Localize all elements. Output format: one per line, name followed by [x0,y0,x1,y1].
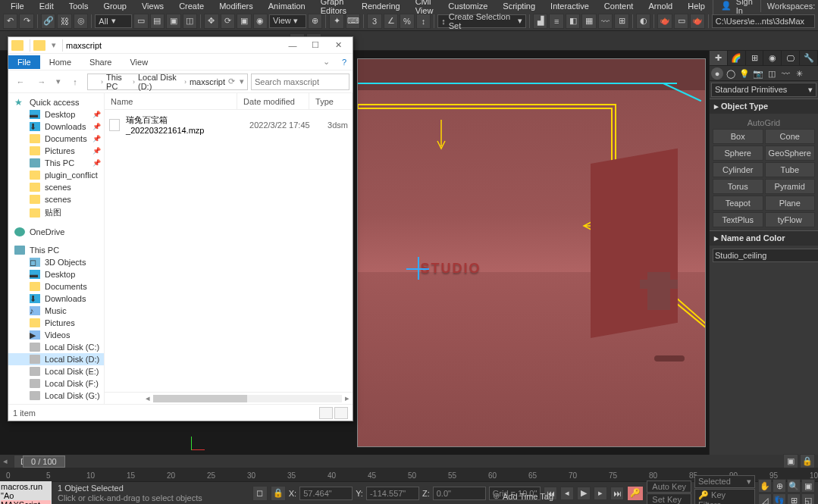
close-button[interactable]: ✕ [327,38,349,53]
signin-button[interactable]: 👤 Sign In [713,0,760,15]
isolate-toggle[interactable]: ◻ [252,486,268,501]
autokey-button[interactable]: Auto Key [647,481,691,493]
selection-lock-button[interactable]: 🔒 [800,454,815,469]
tree-disk-g[interactable]: Local Disk (G:) [8,390,104,402]
autogrid-checkbox[interactable]: AutoGrid [713,117,815,129]
tree-downloads[interactable]: ⬇Downloads📌 [8,121,104,133]
expand-ribbon-button[interactable]: ⌄ [317,57,336,67]
utilities-panel-tab[interactable]: 🔧 [800,51,818,65]
tyflow-button[interactable]: tyFlow [765,212,816,227]
spinner-snap-button[interactable]: ↕ [416,14,431,29]
view-tab[interactable]: View [121,55,157,69]
goto-end-button[interactable]: ⏭ [610,487,624,500]
recent-button[interactable]: ▾ [54,73,63,91]
workspaces-selector[interactable]: Workspaces: [760,0,818,12]
tree-3dobjects[interactable]: ◻3D Objects [8,256,104,268]
category-dropdown[interactable]: Standard Primitives▾ [711,83,816,97]
lock-toggle[interactable]: 🔒 [271,486,286,501]
tree-disk-e[interactable]: Local Disk (E:) [8,365,104,377]
display-panel-tab[interactable]: 🖵 [782,51,800,65]
menu-rendering[interactable]: Rendering [354,2,408,11]
navigation-tree[interactable]: ★Quick access ▬Desktop📌 ⬇Downloads📌 Docu… [8,93,105,404]
col-name[interactable]: Name [105,93,237,109]
orbit-button[interactable]: ⊕ [773,479,786,493]
menu-group[interactable]: Group [96,2,134,11]
tree-pictures2[interactable]: Pictures [8,317,104,329]
set-key-big-button[interactable]: 🔑 [627,486,644,501]
align-button[interactable]: ≡ [549,14,563,29]
minimize-button[interactable]: — [281,38,304,53]
manipulate-button[interactable]: ✦ [329,14,343,29]
sphere-button[interactable]: Sphere [713,146,763,161]
maximize-button[interactable]: ☐ [304,38,327,53]
isolate-button[interactable]: ▣ [783,454,798,469]
scale-button[interactable]: ▣ [237,14,251,29]
tree-scenes1[interactable]: scenes [8,181,104,193]
key-filters-button[interactable]: 🔑 Key Filters... [694,489,755,504]
tree-downloads2[interactable]: ⬇Downloads [8,293,104,305]
select-button[interactable]: ▭ [133,14,148,29]
search-input[interactable] [251,74,349,90]
layer-button[interactable]: ◧ [566,14,580,29]
z-coord[interactable]: 0.0" [433,487,486,500]
up-button[interactable]: ↑ [66,73,84,91]
curve-editor-button[interactable]: 〰 [598,14,613,29]
pivot-button[interactable]: ⊕ [308,14,322,29]
ribbon-button[interactable]: ▦ [581,14,596,29]
geometry-icon[interactable]: ● [711,67,723,80]
time-slider[interactable]: ◂ Default ▣ 🔒 [0,455,818,468]
tree-videos[interactable]: ▶Videos [8,329,104,341]
textplus-button[interactable]: TextPlus [713,212,763,227]
tree-desktop[interactable]: ▬Desktop📌 [8,108,104,121]
min-max-button[interactable]: ◱ [801,493,815,504]
cameras-icon[interactable]: 📷 [752,67,764,80]
column-headers[interactable]: Name Date modified Type [105,93,353,110]
tree-documents2[interactable]: Documents [8,280,104,293]
tube-button[interactable]: Tube [765,162,816,177]
explorer-titlebar[interactable]: ▾ maxscript — ☐ ✕ [8,37,353,54]
prev-frame-button[interactable]: ◂ [560,487,574,500]
menu-tools[interactable]: Tools [61,2,96,11]
menu-content[interactable]: Content [597,2,641,11]
torus-button[interactable]: Torus [713,179,763,194]
selection-filter[interactable]: All▾ [95,14,132,28]
frame-indicator[interactable]: 0 / 100 [23,455,65,468]
perspective-viewport[interactable]: STUDIO [357,58,706,447]
schematic-button[interactable]: ⊞ [614,14,628,29]
share-tab[interactable]: Share [80,55,121,69]
modify-panel-tab[interactable]: 🌈 [728,51,746,65]
object-name-input[interactable] [713,249,818,262]
ref-coord-dropdown[interactable]: View ▾ [269,14,306,28]
details-view-button[interactable] [319,407,333,419]
cone-button[interactable]: Cone [765,129,816,144]
walk-button[interactable]: 👣 [773,493,786,504]
render-button[interactable]: 🫖 [690,14,704,29]
transform-gizmo[interactable] [406,257,429,280]
maxscript-listener[interactable]: macros.run "Ao MAXScript Min [0,481,52,504]
geosphere-button[interactable]: GeoSphere [765,146,816,161]
home-tab[interactable]: Home [40,55,80,69]
tree-documents[interactable]: Documents📌 [8,133,104,145]
zoom-extents-button[interactable]: ▣ [801,479,815,493]
spacewarps-icon[interactable]: 〰 [779,67,791,80]
file-row[interactable]: 瑞兔百宝箱_202203221614.mzp 2022/3/22 17:45 3… [108,113,349,136]
placement-button[interactable]: ◉ [253,14,268,29]
pan-button[interactable]: ✋ [758,479,772,493]
bind-button[interactable]: ◎ [74,14,88,29]
helpers-icon[interactable]: ◫ [766,67,778,80]
play-button[interactable]: ▶ [577,487,591,500]
menu-customize[interactable]: Customize [440,2,495,11]
tree-music[interactable]: ♪Music [8,305,104,317]
key-mode-dropdown[interactable]: Selected▾ [694,475,755,488]
menu-edit[interactable]: Edit [32,2,61,11]
menu-views[interactable]: Views [134,2,171,11]
plane-button[interactable]: Plane [765,196,816,211]
next-frame-button[interactable]: ▸ [594,487,607,500]
menu-interactive[interactable]: Interactive [543,2,597,11]
tree-thispc[interactable]: This PC [8,244,104,256]
shapes-icon[interactable]: ◯ [725,67,737,80]
hierarchy-panel-tab[interactable]: ⊞ [746,51,764,65]
named-selection-sets[interactable]: ↕Create Selection Set▾ [437,14,526,28]
systems-icon[interactable]: ✳ [793,67,805,80]
rotate-button[interactable]: ⟳ [221,14,235,29]
